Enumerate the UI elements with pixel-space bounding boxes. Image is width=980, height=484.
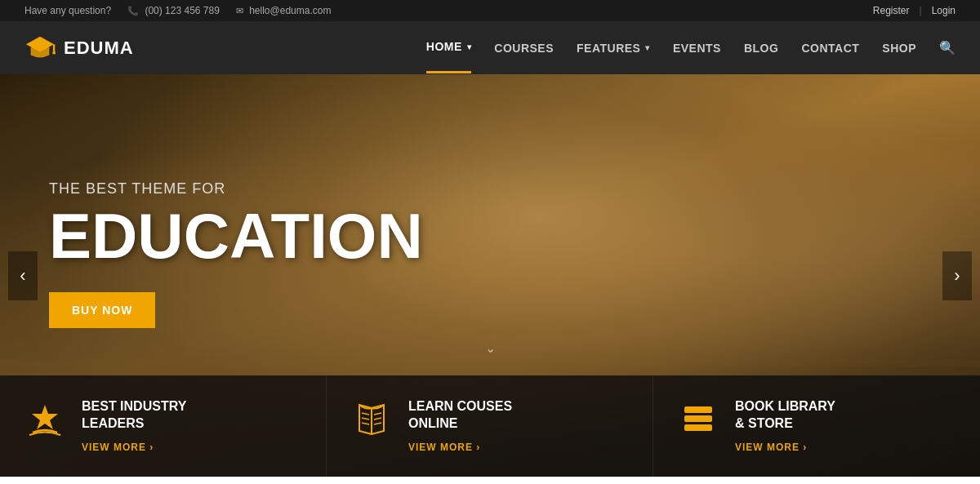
top-bar-left: Have any question? (00) 123 456 789 hell… bbox=[24, 5, 331, 16]
feature-industry-leaders-link[interactable]: VIEW MORE bbox=[82, 442, 154, 453]
hero-subtitle: THE BEST THEME FOR bbox=[49, 180, 423, 198]
svg-point-2 bbox=[52, 51, 56, 54]
feature-book-library-link[interactable]: VIEW MORE bbox=[735, 442, 807, 453]
phone-icon bbox=[127, 5, 142, 16]
svg-rect-6 bbox=[684, 406, 712, 413]
email-address: hello@eduma.com bbox=[236, 5, 332, 16]
open-book-icon bbox=[351, 398, 392, 445]
login-link[interactable]: Login bbox=[932, 5, 956, 16]
graduation-cap-icon bbox=[24, 33, 56, 64]
buy-now-button[interactable]: BUY NOW bbox=[49, 292, 155, 328]
chevron-down-icon: ▾ bbox=[467, 42, 472, 51]
features-bar: BEST INDUSTRYLEADERS VIEW MORE bbox=[0, 375, 980, 477]
nav-home[interactable]: HOME ▾ bbox=[426, 22, 472, 73]
feature-industry-leaders-title: BEST INDUSTRYLEADERS bbox=[82, 398, 186, 433]
search-icon[interactable]: 🔍 bbox=[939, 40, 956, 56]
nav-contact[interactable]: CONTACT bbox=[801, 24, 859, 73]
top-bar-right: Register | Login bbox=[873, 5, 956, 16]
register-link[interactable]: Register bbox=[873, 5, 910, 16]
feature-industry-leaders: BEST INDUSTRYLEADERS VIEW MORE bbox=[0, 375, 327, 477]
feature-industry-leaders-text: BEST INDUSTRYLEADERS VIEW MORE bbox=[82, 398, 186, 454]
carousel-prev-button[interactable]: ‹ bbox=[8, 251, 38, 300]
svg-rect-3 bbox=[0, 360, 980, 366]
top-bar: Have any question? (00) 123 456 789 hell… bbox=[0, 0, 980, 21]
nav-shop[interactable]: SHOP bbox=[882, 24, 916, 73]
feature-book-library-title: BOOK LIBRARY& STORE bbox=[735, 398, 835, 433]
nav-blog[interactable]: BLOG bbox=[744, 24, 778, 73]
svg-rect-7 bbox=[684, 415, 712, 422]
email-icon bbox=[236, 5, 247, 16]
books-stack-icon bbox=[678, 398, 719, 445]
feature-book-library: BOOK LIBRARY& STORE VIEW MORE bbox=[653, 375, 980, 477]
feature-learn-online-text: LEARN COUSESONLINE VIEW MORE bbox=[408, 398, 512, 454]
logo-text: EDUMA bbox=[64, 38, 134, 59]
header: EDUMA HOME ▾ COURSES FEATURES ▾ EVENTS B… bbox=[0, 21, 980, 74]
hero-content: THE BEST THEME FOR EDUCATION BUY NOW bbox=[49, 180, 423, 328]
question-label: Have any question? bbox=[24, 5, 111, 16]
phone-number: (00) 123 456 789 bbox=[127, 5, 220, 16]
feature-book-library-text: BOOK LIBRARY& STORE VIEW MORE bbox=[735, 398, 835, 454]
chevron-down-icon: ▾ bbox=[645, 43, 650, 52]
divider: | bbox=[920, 5, 922, 16]
nav-events[interactable]: EVENTS bbox=[673, 24, 721, 73]
hero-section: THE BEST THEME FOR EDUCATION BUY NOW ‹ ›… bbox=[0, 74, 980, 477]
feature-learn-online: LEARN COUSESONLINE VIEW MORE bbox=[327, 375, 653, 477]
feature-learn-online-link[interactable]: VIEW MORE bbox=[408, 442, 480, 453]
nav-features[interactable]: FEATURES ▾ bbox=[577, 24, 650, 73]
svg-rect-8 bbox=[684, 424, 712, 431]
svg-marker-5 bbox=[32, 405, 58, 429]
logo[interactable]: EDUMA bbox=[24, 33, 134, 64]
hero-title: EDUCATION bbox=[49, 204, 423, 268]
feature-learn-online-title: LEARN COUSESONLINE bbox=[408, 398, 512, 433]
scroll-down-indicator: ⌄ bbox=[485, 340, 496, 356]
main-nav: HOME ▾ COURSES FEATURES ▾ EVENTS BLOG CO… bbox=[426, 22, 956, 73]
star-award-icon bbox=[24, 398, 65, 445]
nav-courses[interactable]: COURSES bbox=[494, 24, 554, 73]
carousel-next-button[interactable]: › bbox=[942, 251, 972, 300]
